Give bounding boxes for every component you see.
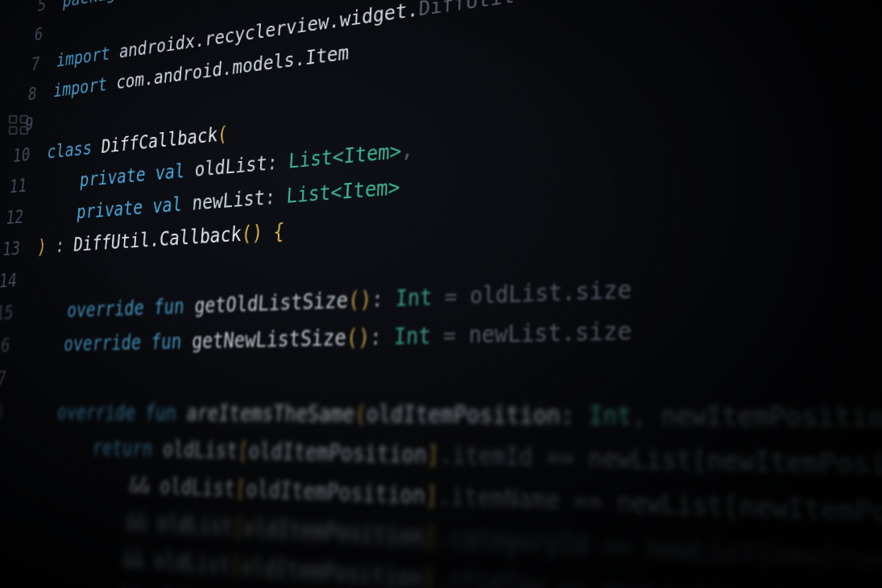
token-gold: () xyxy=(346,325,371,350)
token-kw: private val xyxy=(76,193,183,223)
token-id: oldList xyxy=(184,152,267,182)
token-gold: () xyxy=(347,288,372,313)
token-id xyxy=(26,333,64,357)
token-id xyxy=(8,504,126,534)
token-op: : xyxy=(54,234,74,257)
token-fn: getNewListSize xyxy=(180,325,346,354)
token-gold: ] xyxy=(422,565,436,588)
token-kw: import xyxy=(56,43,111,72)
token-id: oldItemPosition xyxy=(246,477,426,510)
token-gold: [ xyxy=(232,515,245,541)
line-number: 12 xyxy=(0,200,42,235)
token-op: : xyxy=(369,324,394,350)
token-gold: () { xyxy=(241,220,285,246)
token-gold: ) xyxy=(36,235,56,258)
token-id xyxy=(30,300,68,323)
token-op: && xyxy=(118,584,151,588)
token-id: oldList xyxy=(159,474,235,501)
token-op: && xyxy=(122,547,155,574)
token-id: newList xyxy=(181,186,266,215)
token-op: && xyxy=(125,510,158,536)
token-id xyxy=(43,170,81,194)
token-type: List<Item> xyxy=(288,139,402,173)
token-id xyxy=(5,540,124,572)
token-id: oldList xyxy=(151,437,238,464)
token-kw: private val xyxy=(79,160,186,192)
token-dim: , newItemPosition: Int) = xyxy=(631,402,882,435)
token-id xyxy=(39,202,78,226)
token-op: : xyxy=(264,184,288,209)
token-id xyxy=(19,401,59,424)
token-id xyxy=(1,575,121,588)
token-gold: ] xyxy=(424,524,437,552)
token-gold: ] xyxy=(425,482,439,511)
token-id: oldItemPosition xyxy=(243,515,424,551)
token-type: Int xyxy=(395,284,433,311)
token-type: List<Item> xyxy=(286,176,400,209)
token-op: : xyxy=(561,402,589,430)
token-dim: , xyxy=(401,138,414,163)
token-kw: override fun xyxy=(56,401,177,425)
code-content[interactable] xyxy=(23,378,882,385)
token-op: && xyxy=(128,473,161,499)
line-number: 16 xyxy=(0,329,29,362)
token-type: Int xyxy=(393,323,431,350)
token-id: oldItemPosition xyxy=(240,554,423,588)
token-fn: DiffUtil.Callback xyxy=(72,222,242,255)
token-id xyxy=(15,435,93,460)
line-number: 13 xyxy=(0,231,39,267)
token-op: : xyxy=(267,150,289,175)
token-id: oldList xyxy=(153,549,231,579)
line-number: 22 xyxy=(0,530,8,569)
line-number: 21 xyxy=(0,496,11,534)
editor-viewport: 5package com.android.modules67import and… xyxy=(0,0,882,588)
token-kw: override fun xyxy=(66,295,185,322)
token-type: Int xyxy=(589,402,632,431)
token-kw: class xyxy=(46,138,93,164)
token-dim: = oldList.size xyxy=(432,276,631,310)
token-id: oldList xyxy=(156,511,234,540)
token-dim: = newList.size xyxy=(430,317,631,349)
code-editor[interactable]: 5package com.android.modules67import and… xyxy=(0,0,882,588)
token-id: oldItemPosition xyxy=(248,439,428,469)
line-number: 14 xyxy=(0,263,35,298)
token-op: : xyxy=(371,286,396,312)
token-kw: return xyxy=(91,437,153,462)
token-id xyxy=(12,470,130,498)
token-gold: ( xyxy=(217,122,229,146)
token-fn: areItemsTheSame xyxy=(175,401,354,427)
token-kw: override fun xyxy=(63,330,182,356)
token-gold: ( xyxy=(354,401,366,427)
token-gold: ] xyxy=(426,441,440,469)
token-fn: getOldListSize xyxy=(184,288,349,318)
line-number: 15 xyxy=(0,296,32,330)
line-number: 11 xyxy=(0,168,45,205)
token-kw: import xyxy=(52,74,108,101)
token-id: oldItemPosition xyxy=(366,401,561,429)
line-number: 17 xyxy=(0,362,26,395)
